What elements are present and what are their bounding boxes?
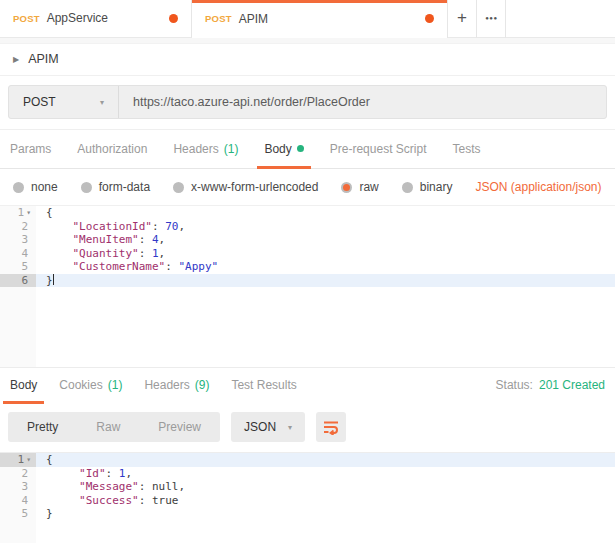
tab-label: Authorization <box>77 142 147 156</box>
tab-authorization[interactable]: Authorization <box>77 130 147 169</box>
tab-pre-request-script[interactable]: Pre-request Script <box>330 130 427 169</box>
line-number: 3 <box>0 233 36 247</box>
url-input[interactable]: https://taco.azure-api.net/order/PlaceOr… <box>119 95 384 109</box>
plus-icon: + <box>457 8 467 28</box>
code-line: 5 "CustomerName": "Appy" <box>0 260 615 274</box>
tab-bar-spacer <box>506 0 615 38</box>
tab-options-button[interactable]: ●●● <box>477 0 506 38</box>
status-badge: Status: 201 Created <box>496 378 605 392</box>
url-row: POST ▾ https://taco.azure-api.net/order/… <box>0 76 615 129</box>
method-dropdown[interactable]: POST ▾ <box>9 86 119 118</box>
headers-count-badge: (1) <box>224 142 239 156</box>
tab-title: AppService <box>47 11 162 25</box>
line-number: 3 <box>0 480 36 494</box>
url-box: POST ▾ https://taco.azure-api.net/order/… <box>8 85 607 119</box>
tab-title: APIM <box>239 12 418 26</box>
new-tab-button[interactable]: + <box>448 0 477 38</box>
tab-bar: POST AppService POST APIM + ●●● <box>0 0 615 38</box>
view-pretty-button[interactable]: Pretty <box>8 420 77 434</box>
code-line: 5 } <box>0 507 615 521</box>
code-line: 4 "Quantity": 1, <box>0 247 615 261</box>
code-line: 3 "Message": null, <box>0 480 615 494</box>
unsaved-dot <box>169 14 178 23</box>
chevron-down-icon: ▾ <box>288 423 292 432</box>
method-value: POST <box>23 95 56 109</box>
fold-caret-icon[interactable]: ▾ <box>26 453 31 467</box>
wrap-text-icon <box>323 419 339 435</box>
radio-x-www-form-urlencoded[interactable]: x-www-form-urlencoded <box>173 180 318 194</box>
radio-none[interactable]: none <box>13 180 58 194</box>
tab-appservice[interactable]: POST AppService <box>0 0 192 38</box>
tab-label: Pre-request Script <box>330 142 427 156</box>
request-body-editor[interactable]: 1▾ { 2 "LocationId": 70, 3 "MenuItem": 4… <box>0 205 615 366</box>
code-line: 4 "Success": true <box>0 494 615 508</box>
collection-title: APIM <box>28 52 59 66</box>
radio-icon <box>402 182 413 193</box>
tab-response-headers[interactable]: Headers (9) <box>144 368 209 403</box>
tab-body[interactable]: Body <box>264 130 303 169</box>
method-badge: POST <box>13 13 40 24</box>
tab-test-results[interactable]: Test Results <box>231 368 296 403</box>
content-type-dropdown[interactable]: JSON (application/json) <box>475 180 601 194</box>
response-body-viewer[interactable]: 1▾ { 2 "Id": 1, 3 "Message": null, 4 "Su… <box>0 452 615 543</box>
line-number: 4 <box>0 494 36 508</box>
radio-label: binary <box>420 180 453 194</box>
method-badge: POST <box>205 13 232 24</box>
tab-label: Tests <box>452 142 480 156</box>
tab-params[interactable]: Params <box>10 130 51 169</box>
chevron-down-icon: ▾ <box>100 98 104 107</box>
radio-form-data[interactable]: form-data <box>81 180 150 194</box>
radio-label: raw <box>359 180 378 194</box>
tab-response-body[interactable]: Body <box>10 368 37 403</box>
tab-label: Test Results <box>231 378 296 392</box>
response-toolbar: Pretty Raw Preview JSON ▾ <box>0 403 615 453</box>
unsaved-dot <box>425 14 434 23</box>
text-cursor <box>53 274 54 285</box>
tab-tests[interactable]: Tests <box>452 130 480 169</box>
headers-count-badge: (9) <box>195 378 210 392</box>
tab-label: Headers <box>144 378 189 392</box>
radio-label: none <box>31 180 58 194</box>
collapse-caret-icon: ▶ <box>13 55 19 64</box>
response-format-dropdown[interactable]: JSON ▾ <box>231 412 305 442</box>
line-number: 2 <box>0 220 36 234</box>
line-number: 1▾ <box>0 206 36 220</box>
fold-caret-icon[interactable]: ▾ <box>26 206 31 220</box>
view-mode-segmented-control: Pretty Raw Preview <box>8 412 220 442</box>
wrap-text-button[interactable] <box>316 412 346 442</box>
line-number: 5 <box>0 260 36 274</box>
line-number: 4 <box>0 247 36 261</box>
line-number: 1▾ <box>0 453 36 467</box>
request-tabs: Params Authorization Headers (1) Body Pr… <box>0 130 615 170</box>
code-line: 1▾ { <box>0 206 615 220</box>
radio-icon <box>81 182 92 193</box>
cookies-count-badge: (1) <box>108 378 123 392</box>
radio-binary[interactable]: binary <box>402 180 453 194</box>
line-number: 2 <box>0 467 36 481</box>
tab-headers[interactable]: Headers (1) <box>173 130 238 169</box>
tab-cookies[interactable]: Cookies (1) <box>59 368 122 403</box>
code-line: 3 "MenuItem": 4, <box>0 233 615 247</box>
postman-window: POST AppService POST APIM + ●●● ▶ APIM P… <box>0 0 615 543</box>
radio-label: form-data <box>99 180 150 194</box>
line-number: 5 <box>0 507 36 521</box>
collection-header[interactable]: ▶ APIM <box>0 44 615 76</box>
tab-label: Params <box>10 142 51 156</box>
view-raw-button[interactable]: Raw <box>77 420 139 434</box>
tab-label: Headers <box>173 142 218 156</box>
status-value: 201 Created <box>539 378 605 392</box>
format-value: JSON <box>244 420 276 434</box>
radio-raw[interactable]: raw <box>341 180 378 194</box>
code-line: 2 "Id": 1, <box>0 467 615 481</box>
tab-label: Body <box>264 142 291 156</box>
ellipsis-icon: ●●● <box>485 15 498 22</box>
view-preview-button[interactable]: Preview <box>139 420 220 434</box>
radio-selected-icon <box>341 182 352 193</box>
tab-apim[interactable]: POST APIM <box>192 0 448 38</box>
tab-label: Body <box>10 378 37 392</box>
status-label: Status: <box>496 378 533 392</box>
line-number: 6 <box>0 274 36 288</box>
radio-icon <box>13 182 24 193</box>
body-type-row: none form-data x-www-form-urlencoded raw… <box>0 169 615 205</box>
response-tabs: Body Cookies (1) Headers (9) Test Result… <box>0 367 615 403</box>
